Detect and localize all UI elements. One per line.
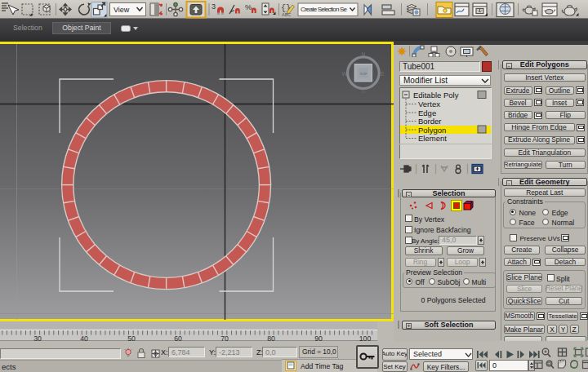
svg-text:Border: Border <box>418 117 442 126</box>
svg-text:TOP: TOP <box>360 71 368 75</box>
svg-text:W: W <box>341 70 347 76</box>
svg-text:S: S <box>362 87 366 93</box>
svg-text:N: N <box>361 51 365 56</box>
svg-text:E: E <box>381 70 385 76</box>
svg-text:Polygon: Polygon <box>418 126 446 135</box>
svg-text:ABC: ABC <box>282 12 291 17</box>
svg-text:Vertex: Vertex <box>418 100 440 108</box>
svg-text:View: View <box>114 6 130 14</box>
svg-text:Create Selection Se: Create Selection Se <box>301 6 348 13</box>
svg-text:Edge: Edge <box>418 108 436 117</box>
svg-text:Element: Element <box>418 134 447 143</box>
svg-text:3: 3 <box>212 2 216 11</box>
svg-text:%: % <box>245 2 252 11</box>
svg-text:Editable Poly: Editable Poly <box>413 91 459 100</box>
